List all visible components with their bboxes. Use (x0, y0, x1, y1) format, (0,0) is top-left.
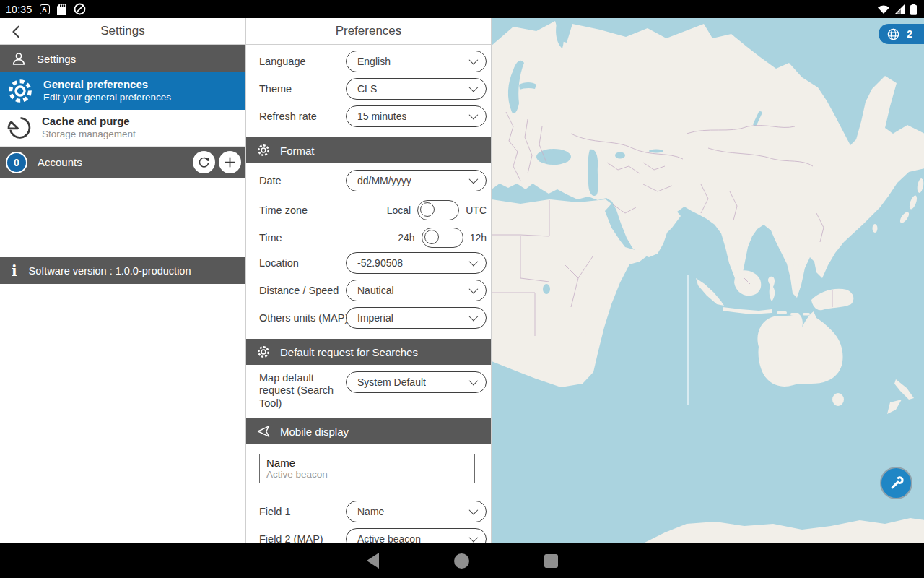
item-subtitle: Storage management (42, 129, 136, 141)
chevron-down-icon (469, 175, 479, 184)
settings-panel: Settings Settings General preferences Ed… (0, 18, 245, 543)
chevron-down-icon (469, 312, 479, 322)
software-version-text: Software version : 1.0.0-production (29, 265, 191, 277)
accounts-count-badge: 0 (6, 152, 27, 173)
preferences-panel: Preferences Language English Theme CLS R… (245, 18, 491, 543)
world-map (492, 18, 924, 543)
timezone-toggle[interactable] (417, 200, 459, 220)
globe-icon (886, 27, 900, 41)
gear-icon (256, 143, 271, 158)
chevron-down-icon (469, 376, 479, 386)
app-root: 10:35 A (0, 0, 924, 578)
location-label: Location (259, 257, 299, 269)
chevron-down-icon (469, 56, 479, 65)
item-subtitle: Edit your general preferences (43, 92, 171, 104)
page-title: Settings (100, 24, 144, 38)
refresh-accounts-button[interactable] (193, 151, 215, 173)
distance-speed-select[interactable]: Nautical (346, 280, 487, 301)
nav-recents-button[interactable] (544, 554, 558, 568)
theme-select[interactable]: CLS (346, 78, 487, 100)
nav-back-button[interactable] (367, 553, 379, 569)
time-format-toggle[interactable] (422, 228, 463, 248)
item-title: General preferences (43, 78, 171, 92)
sidebar-item-cache-and-purge[interactable]: Cache and purge Storage management (0, 110, 245, 147)
chevron-down-icon (469, 285, 479, 294)
chevron-down-icon (469, 111, 479, 120)
signal-icon (894, 4, 906, 14)
section-mobile-display-label: Mobile display (280, 426, 349, 438)
preview-field2: Active beacon (266, 469, 468, 480)
date-format-select[interactable]: dd/MM/yyyy (346, 170, 487, 191)
software-version-bar: i Software version : 1.0.0-production (0, 257, 245, 284)
map-layers-badge[interactable]: 2 (879, 24, 924, 44)
language-label: Language (259, 56, 306, 67)
distance-speed-label: Distance / Speed (259, 285, 339, 296)
time-right-option: 12h (470, 232, 487, 243)
refresh-rate-label: Refresh rate (259, 111, 317, 122)
wifi-icon (877, 4, 890, 14)
map-default-request-label: Map default request (Search Tool) (259, 372, 344, 410)
preview-field1: Name (266, 457, 468, 469)
android-nav-bar (0, 543, 924, 578)
language-select[interactable]: English (346, 51, 487, 72)
battery-icon (910, 4, 917, 15)
pie-chart-icon (6, 114, 33, 142)
refresh-rate-select[interactable]: 15 minutes (346, 105, 487, 127)
nav-home-button[interactable] (454, 553, 469, 569)
timezone-left-option: Local (387, 204, 411, 216)
toggle-knob (420, 202, 435, 217)
badge-count: 2 (907, 28, 912, 40)
field1-label: Field 1 (259, 506, 291, 517)
chevron-down-icon (469, 533, 479, 543)
item-title: Cache and purge (42, 115, 136, 129)
map-default-request-select[interactable]: System Default (346, 371, 487, 393)
others-units-select[interactable]: Imperial (346, 307, 487, 329)
info-icon: i (12, 264, 17, 278)
section-format: Format (246, 137, 491, 163)
settings-panel-header: Settings (0, 18, 245, 45)
toggle-knob (424, 230, 439, 244)
time-left-option: 24h (398, 232, 414, 243)
gear-icon (6, 77, 35, 105)
map-tile-seam (687, 275, 689, 405)
status-bar: 10:35 A (0, 0, 924, 18)
field2-label: Field 2 (MAP) (259, 533, 323, 543)
field2-select[interactable]: Active beacon (346, 528, 487, 543)
others-units-label: Others units (MAP) (259, 312, 348, 324)
field1-select[interactable]: Name (346, 501, 487, 522)
user-icon (10, 50, 27, 67)
section-format-label: Format (280, 144, 315, 157)
timezone-toggle-group: Local UTC (311, 199, 487, 221)
accounts-label: Accounts (38, 156, 82, 168)
section-accounts: 0 Accounts (0, 147, 245, 178)
refresh-icon (197, 155, 211, 169)
plus-icon (223, 155, 237, 169)
do-not-disturb-icon (74, 3, 86, 15)
send-icon (256, 424, 271, 439)
map-view[interactable]: 2 (491, 18, 924, 543)
wrench-icon (888, 475, 905, 492)
date-label: Date (259, 175, 282, 186)
section-default-request-label: Default request for Searches (280, 346, 418, 358)
chevron-down-icon (469, 257, 479, 267)
theme-label: Theme (259, 83, 292, 95)
time-label: Time (259, 232, 282, 243)
display-fields-preview[interactable]: Name Active beacon (259, 454, 475, 483)
section-settings: Settings (0, 45, 245, 72)
sd-card-icon (57, 4, 66, 15)
map-tools-button[interactable] (880, 467, 912, 499)
back-chevron-icon (9, 24, 25, 40)
chevron-down-icon (469, 506, 479, 515)
gear-icon (256, 345, 271, 359)
auto-rotate-icon: A (40, 4, 50, 14)
add-account-button[interactable] (219, 151, 241, 173)
timezone-label: Time zone (259, 204, 308, 216)
preferences-title: Preferences (336, 24, 402, 38)
back-button[interactable] (7, 22, 26, 41)
section-settings-label: Settings (37, 53, 76, 65)
sidebar-item-general-preferences[interactable]: General preferences Edit your general pr… (0, 72, 245, 110)
preferences-panel-header: Preferences (246, 18, 491, 45)
timezone-right-option: UTC (466, 204, 487, 216)
location-format-select[interactable]: -52.90508 (346, 252, 487, 274)
chevron-down-icon (469, 83, 479, 92)
